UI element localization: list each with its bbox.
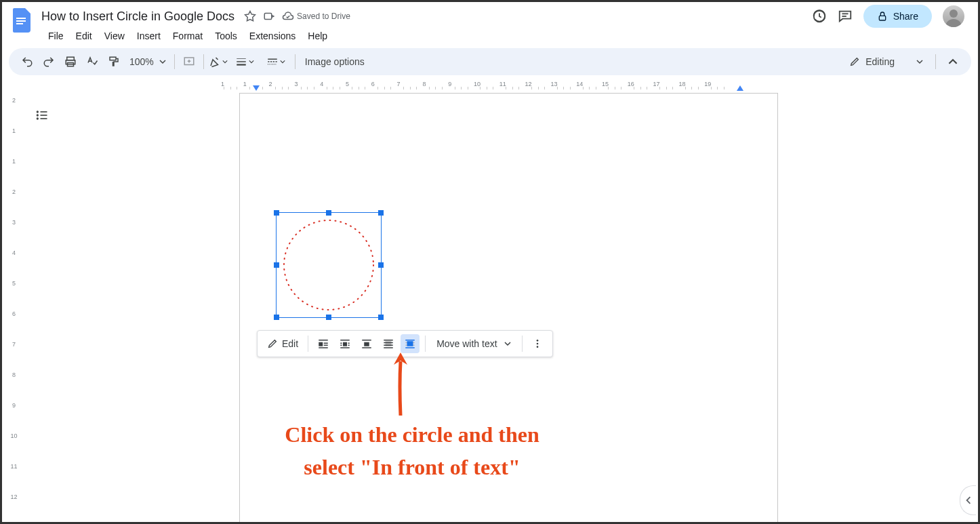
svg-rect-2 [16,23,23,24]
menu-edit[interactable]: Edit [70,28,98,44]
move-with-text-dropdown[interactable]: Move with text [431,338,516,349]
svg-point-53 [536,343,538,345]
svg-rect-33 [343,342,347,346]
svg-rect-0 [16,18,26,19]
pencil-icon [267,338,278,349]
menu-extensions[interactable]: Extensions [244,28,301,44]
star-icon[interactable] [244,10,256,22]
break-text-button[interactable] [357,334,376,353]
inline-text-button[interactable] [314,334,333,353]
svg-rect-39 [362,340,371,341]
svg-rect-43 [384,340,393,341]
redo-button[interactable] [39,52,59,71]
menubar: File Edit View Insert Format Tools Exten… [2,26,978,48]
svg-point-26 [284,220,373,310]
svg-point-8 [950,9,958,18]
menu-tools[interactable]: Tools [209,28,243,44]
svg-rect-32 [340,340,350,341]
annotation-text: Click on the circle and then select "In … [222,418,602,483]
document-title[interactable]: How to Insert Circle in Google Docs [37,8,239,25]
image-floating-toolbar: Edit Move with text [257,330,553,357]
share-button[interactable]: Share [863,5,932,28]
more-options-button[interactable] [528,334,547,353]
svg-rect-37 [348,345,350,346]
svg-rect-50 [405,347,415,348]
chevron-down-icon [504,340,511,347]
behind-text-button[interactable] [379,334,398,353]
svg-rect-31 [319,347,328,348]
svg-rect-29 [324,343,328,344]
chevron-down-icon [159,58,166,65]
svg-rect-40 [364,342,369,346]
comments-icon[interactable] [838,9,853,24]
undo-button[interactable] [17,52,37,71]
history-icon[interactable] [812,9,827,24]
svg-rect-27 [319,340,328,341]
image-options-button[interactable]: Image options [300,56,370,67]
border-weight-button[interactable] [230,52,260,71]
svg-rect-35 [348,343,350,344]
svg-rect-12 [110,57,116,60]
pencil-icon [849,56,860,67]
zoom-value: 100% [129,56,154,67]
svg-point-54 [536,346,538,348]
svg-rect-34 [340,343,342,344]
circle-icon [283,219,375,311]
toolbar: 100% Image options Editing [9,48,971,75]
zoom-dropdown[interactable]: 100% [125,56,170,67]
vertical-ruler: 2112345678910111213 [2,92,26,517]
edit-label: Edit [282,338,298,349]
editing-mode-button[interactable]: Editing [841,56,928,67]
move-label: Move with text [436,338,497,349]
save-status-text: Saved to Drive [297,12,350,21]
border-dash-button[interactable] [261,52,291,71]
svg-rect-30 [324,345,328,346]
paint-format-button[interactable] [104,52,124,71]
edit-image-button[interactable]: Edit [263,338,302,349]
svg-rect-38 [340,347,350,348]
svg-rect-3 [264,14,272,20]
add-comment-button[interactable] [179,52,199,71]
horizontal-ruler: 112345678910111213141516171819 [26,79,978,92]
svg-rect-47 [405,340,415,341]
menu-insert[interactable]: Insert [131,28,166,44]
hide-menus-button[interactable] [943,52,963,71]
lock-icon [877,11,888,22]
svg-rect-44 [384,342,393,344]
svg-rect-1 [16,20,26,22]
move-icon[interactable] [263,10,275,22]
selected-circle-shape[interactable] [276,212,382,318]
menu-file[interactable]: File [43,28,69,44]
spellcheck-button[interactable] [82,52,102,71]
svg-rect-28 [319,342,323,346]
share-label: Share [893,11,918,22]
svg-rect-7 [879,16,885,20]
svg-rect-45 [384,345,393,346]
svg-rect-41 [362,347,371,348]
menu-format[interactable]: Format [167,28,208,44]
svg-point-52 [536,340,538,342]
svg-rect-46 [384,347,393,348]
in-front-of-text-button[interactable] [401,334,420,353]
menu-view[interactable]: View [99,28,130,44]
docs-logo[interactable] [10,8,35,33]
chevron-down-icon [916,58,923,65]
print-button[interactable] [60,52,81,71]
save-status[interactable]: Saved to Drive [282,10,350,22]
avatar[interactable] [943,5,964,27]
border-color-button[interactable] [208,52,228,71]
wrap-text-button[interactable] [335,334,354,353]
svg-rect-36 [340,345,342,346]
svg-rect-51 [407,341,413,346]
editing-label: Editing [865,56,895,67]
menu-help[interactable]: Help [302,28,333,44]
